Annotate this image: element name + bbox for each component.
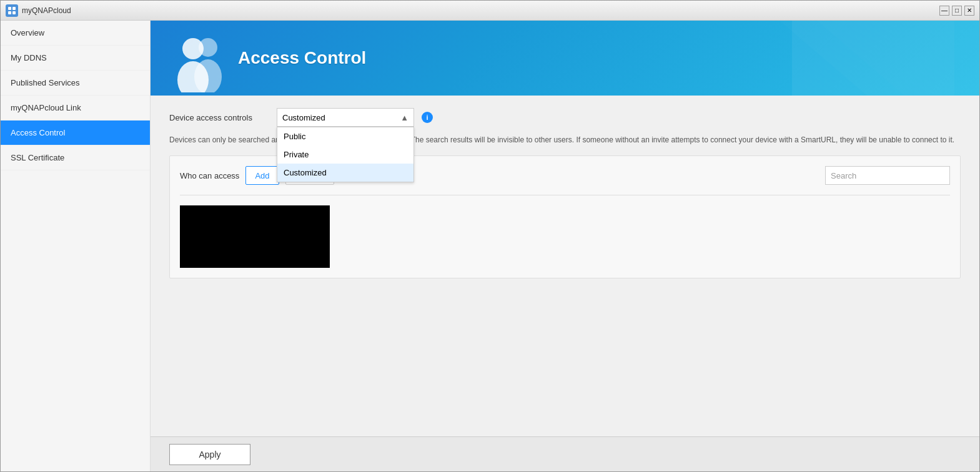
sidebar-item-published-services[interactable]: Published Services <box>1 71 150 96</box>
bottom-bar: Apply <box>151 436 979 471</box>
svg-point-6 <box>182 38 204 59</box>
search-input[interactable] <box>825 166 950 185</box>
window-controls: — □ ✕ <box>939 6 974 16</box>
window-title: myQNAPcloud <box>22 6 939 15</box>
sidebar: Overview My DDNS Published Services myQN… <box>1 21 151 471</box>
dropdown-option-customized[interactable]: Customized <box>277 164 413 182</box>
minimize-button[interactable]: — <box>939 6 949 16</box>
device-access-row: Device access controls Customized ▲ Publ… <box>169 108 961 127</box>
info-icon[interactable]: i <box>422 112 433 123</box>
add-button[interactable]: Add <box>245 166 279 185</box>
sidebar-item-my-ddns[interactable]: My DDNS <box>1 46 150 71</box>
dropdown-menu: Public Private Customized <box>277 127 414 182</box>
content-area: Device access controls Customized ▲ Publ… <box>151 96 979 436</box>
sidebar-item-access-control[interactable]: Access Control <box>1 120 150 145</box>
title-bar: myQNAPcloud — □ ✕ <box>1 1 979 21</box>
access-control-dropdown[interactable]: Customized ▲ <box>277 108 414 127</box>
page-title: Access Control <box>238 48 366 68</box>
redacted-content <box>180 205 330 268</box>
svg-rect-2 <box>8 11 11 14</box>
header-banner: Access Control <box>151 21 979 96</box>
app-icon <box>6 4 18 17</box>
svg-rect-3 <box>12 11 16 14</box>
header-icon <box>169 30 225 86</box>
dropdown-container: Customized ▲ Public Private Customized <box>277 108 414 127</box>
sidebar-item-ssl-certificate[interactable]: SSL Certificate <box>1 145 150 170</box>
app-window: myQNAPcloud — □ ✕ Overview My DDNS Publi… <box>0 0 980 472</box>
divider <box>180 195 950 195</box>
chevron-up-icon: ▲ <box>400 113 408 122</box>
svg-rect-0 <box>8 7 11 10</box>
main-area: Access Control Device access controls Cu… <box>151 21 979 471</box>
svg-rect-1 <box>12 7 16 10</box>
who-can-access-label: Who can access <box>180 171 239 180</box>
sidebar-item-myqnapcloud-link[interactable]: myQNAPcloud Link <box>1 96 150 120</box>
dropdown-option-public[interactable]: Public <box>277 127 413 145</box>
dropdown-option-private[interactable]: Private <box>277 145 413 164</box>
maximize-button[interactable]: □ <box>952 6 962 16</box>
sidebar-item-overview[interactable]: Overview <box>1 21 150 46</box>
device-access-label: Device access controls <box>169 113 269 122</box>
dropdown-selected-value: Customized <box>282 113 325 122</box>
close-button[interactable]: ✕ <box>964 6 974 16</box>
app-content: Overview My DDNS Published Services myQN… <box>1 21 979 471</box>
apply-button[interactable]: Apply <box>169 444 250 465</box>
